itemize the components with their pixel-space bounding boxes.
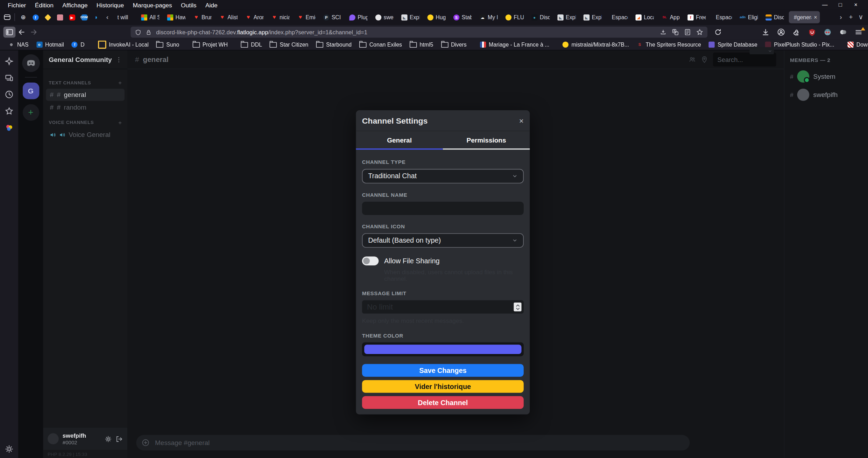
close-button[interactable]: × — [848, 2, 863, 8]
channel-icon-select[interactable]: Default (Based on type) — [362, 233, 524, 248]
bookmark-item[interactable]: PixelPlush Studio - Pix... — [761, 42, 838, 48]
browser-tab[interactable]: Espace clie — [607, 11, 633, 23]
browser-tab[interactable]: ☁ My Ha — [477, 11, 502, 23]
avatar-extension-button[interactable] — [821, 27, 834, 38]
bookmark-item[interactable]: Star Citizen — [266, 42, 312, 48]
sidebar-toggle-button[interactable] — [3, 27, 15, 38]
browser-tab[interactable]: #genera × — [789, 11, 820, 23]
pinned-tab[interactable]: ◗ — [90, 11, 103, 23]
bookmark-item[interactable]: Suno — [153, 42, 183, 48]
discord-home-button[interactable] — [22, 54, 40, 72]
browser-tab[interactable]: All Siz — [139, 11, 164, 23]
browser-tab[interactable]: ♥ niciara — [268, 11, 294, 23]
member-row[interactable]: # swefpifh — [790, 89, 862, 101]
menu-item[interactable]: Affichage — [58, 1, 92, 8]
pin-location-icon[interactable] — [701, 56, 708, 63]
pinned-tab[interactable]: ⊕ — [17, 11, 29, 23]
browser-tab[interactable]: P SCI RE — [320, 11, 346, 23]
server-button-general-community[interactable]: G — [22, 83, 39, 99]
bookmark-item[interactable]: Conan Exiles — [355, 42, 406, 48]
maximize-button[interactable]: □ — [833, 2, 848, 8]
ai-chatbot-icon[interactable] — [5, 57, 13, 65]
browser-tab[interactable]: FLUX.2 — [503, 11, 529, 23]
bookmark-item[interactable]: o Hotmail — [33, 42, 68, 48]
logout-icon[interactable] — [116, 435, 123, 443]
delete-channel-button[interactable]: Delete Channel — [362, 396, 524, 409]
text-channel-item[interactable]: # # general — [46, 89, 125, 101]
channel-name-input[interactable] — [362, 202, 524, 215]
menu-item[interactable]: Historique — [92, 1, 128, 8]
browser-tab[interactable]: ♥ Bruni — [190, 11, 216, 23]
pinned-tab[interactable] — [54, 11, 66, 23]
palette-icon[interactable] — [5, 124, 13, 132]
browser-tab[interactable]: adn Eligibi — [737, 11, 763, 23]
number-spinner[interactable] — [514, 303, 521, 311]
downloads-button[interactable] — [760, 27, 772, 38]
url-bar[interactable]: discord-like-php-chat-7262.dev.flatlogic… — [130, 27, 707, 38]
bookmark-star-icon[interactable] — [696, 29, 703, 35]
add-server-button[interactable]: + — [22, 104, 39, 120]
ublock-extension-button[interactable] — [806, 27, 818, 38]
minimize-button[interactable]: — — [817, 2, 832, 8]
bookmark-item[interactable]: f D — [68, 42, 89, 48]
synced-tabs-icon[interactable] — [5, 74, 13, 82]
forward-button[interactable] — [28, 27, 40, 38]
search-input[interactable] — [713, 53, 776, 67]
browser-tab[interactable]: Discor — [763, 11, 789, 23]
bookmark-item[interactable]: DDL — [237, 42, 266, 48]
add-voice-channel-button[interactable]: + — [118, 119, 122, 126]
theme-color-input[interactable] — [362, 342, 524, 356]
tab-general[interactable]: General — [356, 131, 443, 150]
browser-tab[interactable]: ◢ Locati — [633, 11, 659, 23]
bookmarks-star-icon[interactable] — [5, 107, 13, 115]
pinned-tab[interactable] — [42, 11, 54, 23]
tab-close-icon[interactable]: × — [814, 14, 817, 20]
bookmark-item[interactable]: Starbound — [312, 42, 355, 48]
browser-tab[interactable]: t will — [112, 11, 138, 23]
add-text-channel-button[interactable]: + — [118, 79, 122, 86]
grey-extension-button[interactable] — [837, 27, 849, 38]
reload-button[interactable] — [712, 27, 724, 38]
browser-tab[interactable]: Huggi — [425, 11, 451, 23]
pinned-tab[interactable]: DSM — [78, 11, 90, 23]
browser-tab[interactable]: SL Appar — [659, 11, 685, 23]
browser-tab[interactable]: S Stable — [451, 11, 477, 23]
server-menu-kebab-icon[interactable]: ⋮ — [116, 56, 122, 63]
file-sharing-toggle[interactable] — [362, 257, 379, 265]
app-menu-button[interactable] — [853, 27, 865, 38]
collapsed-select[interactable] — [749, 47, 774, 54]
browser-tab[interactable]: swefpi — [373, 11, 398, 23]
voice-channel-item[interactable]: Voice General — [46, 129, 125, 141]
bookmark-item[interactable]: html5 — [406, 42, 437, 48]
message-limit-input[interactable] — [362, 300, 524, 314]
translate-icon[interactable] — [672, 29, 679, 35]
browser-tab[interactable]: Plugin — [347, 11, 373, 23]
tab-permissions[interactable]: Permissions — [443, 131, 530, 150]
menu-item[interactable]: Aide — [201, 1, 222, 8]
history-clock-icon[interactable] — [5, 90, 13, 99]
bookmark-item[interactable]: Download Time Mana... — [844, 42, 868, 48]
bookmark-item[interactable]: S The Spriters Resource — [633, 42, 705, 48]
menu-item[interactable]: Fichier — [3, 1, 30, 8]
browser-tab[interactable]: f Free : — [685, 11, 711, 23]
menu-item[interactable]: Marque-pages — [128, 1, 177, 8]
menu-item[interactable]: Édition — [30, 1, 58, 8]
server-header[interactable]: General Community ⋮ — [43, 50, 127, 69]
members-toggle-icon[interactable] — [689, 56, 696, 63]
pinned-tab[interactable]: ▶ — [66, 11, 78, 23]
attach-plus-icon[interactable] — [142, 439, 149, 446]
reader-mode-icon[interactable] — [684, 29, 691, 35]
browser-tab[interactable]: Espace abo — [711, 11, 737, 23]
all-tabs-button[interactable]: ∨ — [856, 12, 866, 23]
clear-history-button[interactable]: Vider l'historique — [362, 380, 524, 393]
bookmark-item[interactable]: Sprite Database — [705, 42, 761, 48]
bookmark-item[interactable]: Mariage - La France à ... — [476, 42, 553, 48]
channel-type-select[interactable]: Traditional Chat — [362, 169, 524, 183]
message-input[interactable] — [154, 438, 684, 447]
pinned-tab[interactable]: f — [29, 11, 42, 23]
browser-tab[interactable]: ♥ Emie0 — [295, 11, 320, 23]
scroll-tabs-left-button[interactable]: ‹ — [103, 12, 112, 23]
member-row[interactable]: # System — [790, 70, 862, 83]
modal-close-icon[interactable]: × — [519, 117, 524, 125]
browser-tab[interactable]: ◣ Explor — [555, 11, 580, 23]
